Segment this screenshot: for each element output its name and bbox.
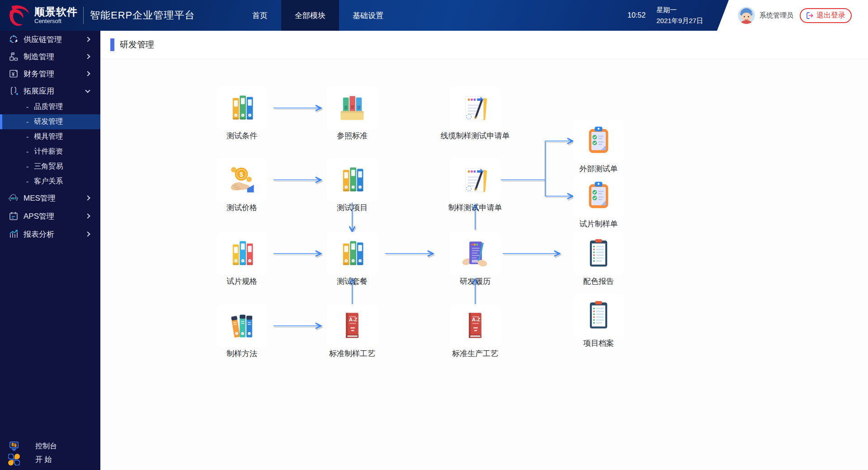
sidebar-item-manufacturing[interactable]: 制造管理 [0,48,100,65]
flow-node-label: 外部测试单 [558,164,639,174]
main-content: 测试条件 参照标准 线缆制样测试申请单 $ 测试价格 测试项目 制样测试申请单 … [100,31,868,470]
sidebar-item-piecework[interactable]: - 计件薪资 [0,144,100,159]
binders-icon [226,238,257,269]
sidebar-item-rd-management[interactable]: - 研发管理 [0,114,100,129]
sub-item-bullet: - [26,163,28,171]
flow-node-external-test-order[interactable]: 外部测试单 [558,119,639,174]
flow-node-sample-test-request[interactable]: 制样测试申请单 [434,158,516,213]
flow-node-project-archive[interactable]: 项目档案 [558,294,639,348]
clipboard-list-icon [583,300,614,331]
sidebar-item-supply-chain[interactable]: 供应链管理 [0,31,100,48]
sidebar-item-mes[interactable]: MES MES管理 [0,189,100,207]
chevron-right-icon [85,37,90,42]
start-icon [8,454,20,465]
start-label: 开 始 [35,455,52,465]
flow-node-sample-method[interactable]: 制样方法 [201,304,283,359]
aps-icon [8,211,19,221]
centersoft-swoosh-logo [7,5,31,26]
sub-item-bullet: - [26,133,28,141]
flow-node-label: 测试套餐 [311,276,393,287]
clipboard-list-icon [583,238,614,269]
binders-icon [337,164,368,195]
clipboard-check-icon [583,181,614,212]
chevron-right-icon [85,231,90,236]
start-button[interactable]: 开 始 [0,453,100,466]
flow-node-test-items[interactable]: 测试项目 [311,158,393,213]
sidebar-item-customer-relations[interactable]: - 客户关系 [0,174,100,189]
tab-home[interactable]: 首页 [239,0,281,31]
document-pen-icon [460,164,491,195]
flow-node-reference-standards[interactable]: 参照标准 [311,86,393,141]
flow-node-specimen-spec[interactable]: 试片规格 [201,232,283,287]
binders-icon [337,238,368,269]
flow-node-label: 标准制样工艺 [311,348,393,359]
sidebar-item-label: 拓展应用 [24,86,54,96]
chevron-right-icon [85,213,90,218]
date-label: 2021年9月27日 [656,15,703,26]
sidebar-item-label: 制造管理 [24,52,54,62]
flow-node-label: 制样测试申请单 [434,202,516,213]
brand-name: 顺景软件 [34,6,78,17]
flow-node-rd-history[interactable]: 研发履历 [434,232,516,287]
sub-item-bullet: - [26,178,28,186]
sidebar-item-label: 计件薪资 [34,147,63,156]
date-block: 星期一 2021年9月27日 [656,0,703,31]
flow-node-label: 试片制样单 [558,219,639,229]
page-header: 研发管理 [100,31,868,59]
az-glyph: A-Z [349,317,358,322]
sidebar-item-label: 模具管理 [34,132,63,141]
flow-node-standard-sample-process[interactable]: A-Z 标准制样工艺 [311,304,393,359]
console-label: 控制台 [35,442,57,451]
flow-node-label: 制样方法 [201,348,283,359]
sidebar-item-quality[interactable]: - 品质管理 [0,99,100,114]
document-pen-icon [460,93,491,123]
flow-node-standard-production-process[interactable]: A-Z 标准生产工艺 [434,304,516,359]
flow-node-test-package[interactable]: 测试套餐 [311,232,393,287]
sidebar-item-report-analysis[interactable]: 报表分析 [0,225,100,243]
sidebar-item-extensions[interactable]: 拓展应用 [0,82,100,99]
tab-basic-settings[interactable]: 基础设置 [339,0,397,31]
tab-all-modules[interactable]: 全部模块 [281,0,339,31]
sidebar-item-triangle-trade[interactable]: - 三角贸易 [0,159,100,174]
flow-node-label: 线缆制样测试申请单 [434,131,516,141]
flow-node-label: 配色报告 [558,276,639,287]
flow-node-color-match-report[interactable]: 配色报告 [558,232,639,287]
console-button[interactable]: 控制台 [0,439,100,453]
brand-subtitle: Centersoft [34,18,78,24]
flow-node-specimen-sample-order[interactable]: 试片制样单 [558,174,639,229]
dollar-glyph: $ [240,171,244,178]
user-area: 系统管理员 退出登录 [717,0,868,31]
sidebar-item-label: 供应链管理 [24,34,62,45]
chevron-right-icon [85,71,90,76]
az-glyph: A-Z [472,317,481,322]
sidebar-item-mold[interactable]: - 模具管理 [0,129,100,144]
flow-node-label: 标准生产工艺 [434,348,516,359]
chevron-right-icon [85,195,90,200]
brand: 顺景软件 Centersoft 智能ERP企业管理平台 [7,0,195,31]
dictionary-book-icon: A-Z [337,310,368,341]
binders-capped-icon [226,310,257,341]
flow-node-label: 测试价格 [201,202,283,213]
flow-node-cable-sample-test-request[interactable]: 线缆制样测试申请单 [434,86,516,141]
logout-button[interactable]: 退出登录 [800,8,852,23]
user-name: 系统管理员 [760,11,793,20]
chevron-right-icon [85,54,90,59]
flow-node-label: 测试项目 [311,202,393,213]
sidebar-item-label: 三角贸易 [34,162,63,171]
flow-node-test-price[interactable]: $ 测试价格 [201,158,283,213]
sidebar-item-label: 报表分析 [24,229,54,240]
top-header: 顺景软件 Centersoft 智能ERP企业管理平台 首页 全部模块 基础设置… [0,0,868,31]
extensions-icon [8,85,19,96]
user-avatar[interactable] [738,7,755,24]
sidebar-item-finance[interactable]: ¥ 财务管理 [0,65,100,82]
yen-glyph: ¥ [12,71,15,77]
sidebar-item-aps[interactable]: APS管理 [0,207,100,225]
report-analysis-icon [8,229,19,240]
mes-icon: MES [8,193,19,203]
app-title: 智能ERP企业管理平台 [90,9,195,22]
clipboard-check-icon [583,126,614,156]
sidebar-item-label: 品质管理 [34,102,63,112]
manufacturing-icon [8,51,19,62]
flowchart-canvas: 测试条件 参照标准 线缆制样测试申请单 $ 测试价格 测试项目 制样测试申请单 … [100,31,868,470]
flow-node-test-conditions[interactable]: 测试条件 [201,86,283,141]
